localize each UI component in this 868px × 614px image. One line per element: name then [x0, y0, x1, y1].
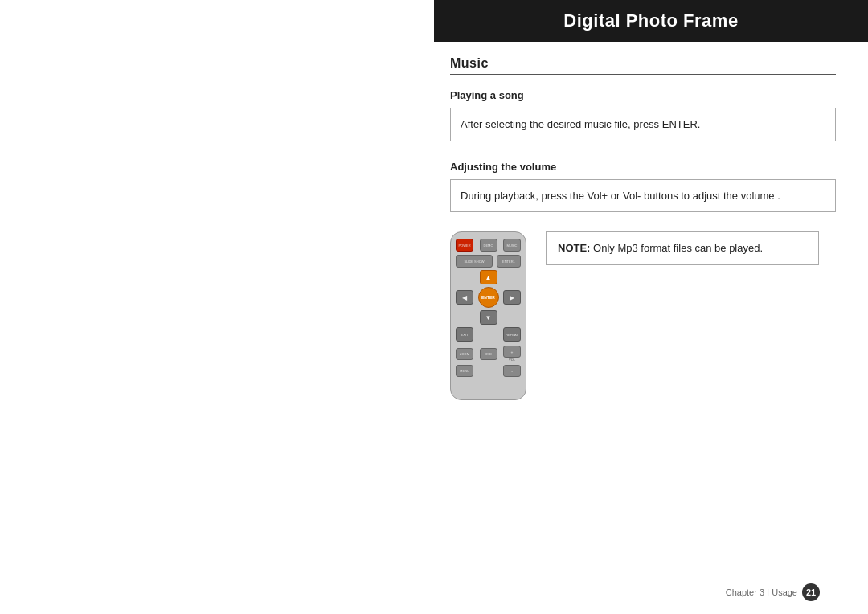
exit-button: EXIT	[456, 327, 473, 342]
exit-repeat-row: EXIT REPEAT	[456, 327, 521, 342]
remote-top-row: POWER DEMO MUSIC	[456, 239, 521, 252]
page-number: 21	[802, 583, 820, 601]
volume-description: During playback, press the Vol+ or Vol- …	[450, 179, 836, 213]
enter-button: ENTER	[478, 287, 499, 308]
menu-button: MENU	[456, 365, 473, 377]
playing-description: After selecting the desired music file, …	[450, 108, 836, 141]
music-button: MUSIC	[503, 239, 521, 252]
left-button: ◀	[456, 290, 473, 305]
remote-control: POWER DEMO MUSIC SLIDE SHOW ENTER+	[450, 231, 526, 400]
volume-section: Adjusting the volume During playback, pr…	[450, 161, 836, 213]
vol-section: + VOL	[503, 346, 521, 362]
up-button: ▲	[480, 270, 497, 284]
playing-heading: Playing a song	[450, 89, 836, 101]
slideshow-button: SLIDE SHOW	[456, 255, 493, 268]
down-button: ▼	[480, 310, 497, 325]
vol-label: VOL	[509, 358, 515, 362]
remote-note-row: POWER DEMO MUSIC SLIDE SHOW ENTER+	[450, 231, 836, 400]
vol-plus-button: +	[503, 346, 521, 358]
remote-row2: SLIDE SHOW ENTER+	[456, 255, 521, 268]
demo-button: DEMO	[480, 239, 497, 252]
note-box: NOTE: Only Mp3 format files can be playe…	[546, 231, 819, 265]
zoom-osd-row: ZOOM OSD + VOL	[456, 346, 521, 362]
nav-down-row: ▼	[456, 310, 521, 325]
section-title: Music	[450, 56, 836, 75]
slideshow-right-button: ENTER+	[497, 255, 521, 268]
osd-button: OSD	[480, 348, 497, 360]
volume-heading: Adjusting the volume	[450, 161, 836, 173]
note-prefix: NOTE:	[558, 242, 590, 254]
header-banner: Digital Photo Frame	[434, 0, 868, 42]
repeat-button: REPEAT	[503, 327, 521, 342]
vol-minus-button: -	[503, 365, 521, 377]
nav-up-row: ▲	[456, 270, 521, 284]
right-button: ▶	[503, 290, 521, 305]
main-content: Music Playing a song After selecting the…	[434, 48, 852, 408]
note-text: Only Mp3 format files can be played.	[590, 242, 763, 254]
zoom-button: ZOOM	[456, 348, 473, 360]
footer: Chapter 3 I Usage 21	[726, 583, 820, 601]
nav-mid-row: ◀ ENTER ▶	[456, 287, 521, 308]
footer-text: Chapter 3 I Usage	[726, 587, 797, 597]
page-title: Digital Photo Frame	[563, 10, 738, 31]
menu-vol-row: MENU -	[456, 365, 521, 377]
power-button: POWER	[456, 239, 473, 252]
